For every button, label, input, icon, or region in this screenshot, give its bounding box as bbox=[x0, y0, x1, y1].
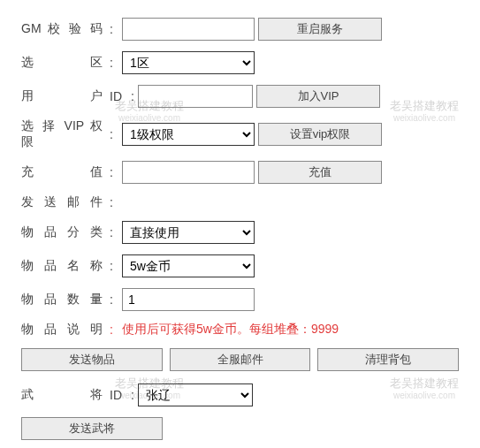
colon: : bbox=[110, 56, 118, 70]
general-select[interactable]: 张辽 bbox=[138, 383, 253, 406]
clear-bag-button[interactable]: 清理背包 bbox=[317, 348, 459, 371]
colon: : bbox=[110, 127, 118, 141]
item-qty-input[interactable] bbox=[122, 288, 255, 311]
server-mail-button[interactable]: 全服邮件 bbox=[170, 348, 311, 371]
general-label: 武 将 bbox=[21, 387, 106, 403]
zone-label: 选 区 bbox=[21, 55, 106, 71]
colon: : bbox=[110, 195, 118, 209]
restart-service-button[interactable]: 重启服务 bbox=[258, 18, 382, 41]
vip-perm-select[interactable]: 1级权限 bbox=[122, 123, 255, 146]
set-vip-button[interactable]: 设置vip权限 bbox=[258, 123, 382, 146]
item-cat-label: 物 品 分 类 bbox=[21, 224, 106, 240]
vip-perm-label: 选 择 VIP 权 限 bbox=[21, 118, 106, 150]
general-id-suffix: ID bbox=[110, 388, 127, 402]
recharge-button[interactable]: 充值 bbox=[258, 161, 382, 184]
item-cat-select[interactable]: 直接使用 bbox=[122, 221, 255, 244]
colon: : bbox=[110, 225, 118, 239]
join-vip-button[interactable]: 加入VIP bbox=[256, 85, 380, 108]
item-desc-text: 使用后可获得5w金币。每组堆叠：9999 bbox=[122, 322, 339, 338]
user-id-input[interactable] bbox=[138, 85, 253, 108]
item-name-select[interactable]: 5w金币 bbox=[122, 254, 255, 277]
colon: : bbox=[131, 89, 134, 103]
colon: : bbox=[131, 388, 134, 402]
item-qty-label: 物 品 数 量 bbox=[21, 292, 106, 308]
gm-code-input[interactable] bbox=[122, 18, 255, 41]
recharge-input[interactable] bbox=[122, 161, 255, 184]
item-name-label: 物 品 名 称 bbox=[21, 258, 106, 274]
recharge-label: 充 值 bbox=[21, 164, 106, 180]
send-mail-label: 发 送 邮 件 bbox=[21, 194, 106, 210]
user-label: 用 户 bbox=[21, 88, 106, 104]
zone-select[interactable]: 1区 bbox=[122, 51, 255, 74]
colon: : bbox=[110, 165, 118, 179]
send-item-button[interactable]: 发送物品 bbox=[21, 348, 163, 371]
colon: : bbox=[110, 259, 118, 273]
gm-code-label: GM 校 验 码 bbox=[21, 21, 106, 37]
send-general-button[interactable]: 发送武将 bbox=[21, 417, 163, 440]
colon: : bbox=[110, 292, 118, 307]
user-id-suffix: ID bbox=[110, 89, 127, 103]
colon: : bbox=[110, 22, 118, 36]
item-desc-label: 物 品 说 明 bbox=[21, 322, 106, 338]
colon: : bbox=[110, 323, 118, 337]
